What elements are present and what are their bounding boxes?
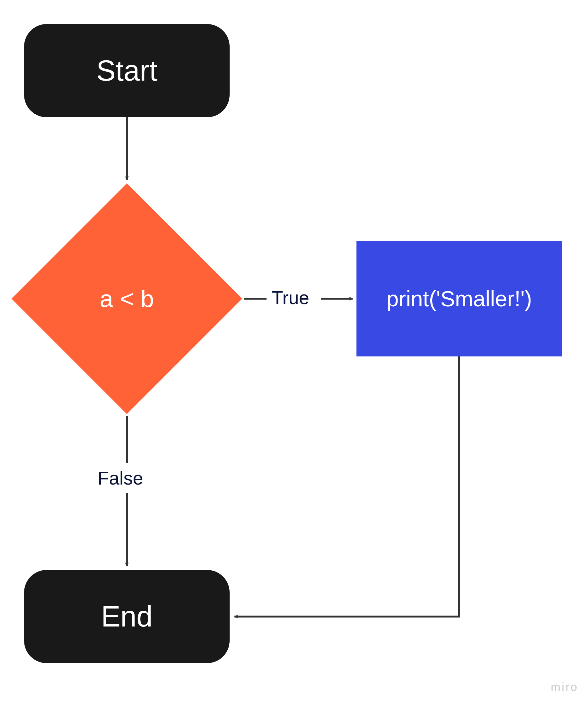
end-node[interactable]: End — [24, 570, 230, 663]
decision-node-label: a < b — [11, 183, 242, 414]
edge-label-true: True — [270, 287, 311, 308]
end-node-label: End — [101, 600, 153, 633]
start-node-label: Start — [96, 54, 157, 87]
watermark: miro — [551, 680, 578, 694]
process-node[interactable]: print('Smaller!') — [357, 241, 562, 357]
start-node[interactable]: Start — [24, 24, 230, 117]
edge-label-false: False — [96, 467, 145, 489]
edge-process-to-end — [234, 357, 459, 617]
decision-node[interactable]: a < b — [11, 183, 242, 414]
process-node-label: print('Smaller!') — [387, 286, 532, 311]
